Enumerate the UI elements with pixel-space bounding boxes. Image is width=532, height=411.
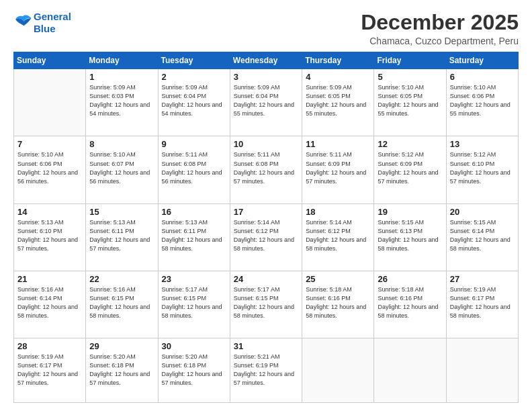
header-saturday: Saturday bbox=[446, 52, 518, 69]
table-row: 26Sunrise: 5:18 AMSunset: 6:16 PMDayligh… bbox=[374, 271, 446, 338]
day-number: 18 bbox=[306, 207, 370, 217]
day-info: Sunrise: 5:18 AMSunset: 6:16 PMDaylight:… bbox=[378, 285, 442, 320]
day-number: 29 bbox=[89, 341, 154, 351]
day-number: 1 bbox=[89, 72, 154, 82]
logo-bird-icon bbox=[13, 13, 32, 30]
table-row: 25Sunrise: 5:18 AMSunset: 6:16 PMDayligh… bbox=[302, 271, 374, 338]
table-row bbox=[446, 338, 518, 403]
table-row: 23Sunrise: 5:17 AMSunset: 6:15 PMDayligh… bbox=[158, 271, 230, 338]
table-row: 9Sunrise: 5:11 AMSunset: 6:08 PMDaylight… bbox=[158, 136, 230, 203]
day-number: 15 bbox=[89, 207, 154, 217]
day-info: Sunrise: 5:13 AMSunset: 6:11 PMDaylight:… bbox=[162, 218, 226, 253]
day-number: 4 bbox=[306, 72, 370, 82]
table-row: 21Sunrise: 5:16 AMSunset: 6:14 PMDayligh… bbox=[14, 271, 86, 338]
day-info: Sunrise: 5:14 AMSunset: 6:12 PMDaylight:… bbox=[306, 218, 370, 253]
day-info: Sunrise: 5:21 AMSunset: 6:19 PMDaylight:… bbox=[234, 353, 298, 387]
day-number: 14 bbox=[17, 207, 82, 217]
day-number: 31 bbox=[234, 341, 298, 351]
day-info: Sunrise: 5:09 AMSunset: 6:05 PMDaylight:… bbox=[306, 83, 370, 118]
header-thursday: Thursday bbox=[302, 52, 374, 69]
header-wednesday: Wednesday bbox=[230, 52, 302, 69]
table-row: 14Sunrise: 5:13 AMSunset: 6:10 PMDayligh… bbox=[14, 203, 86, 271]
day-number: 25 bbox=[306, 274, 370, 284]
day-number: 9 bbox=[162, 139, 226, 149]
day-info: Sunrise: 5:10 AMSunset: 6:07 PMDaylight:… bbox=[89, 150, 154, 185]
calendar-table: Sunday Monday Tuesday Wednesday Thursday… bbox=[13, 52, 519, 403]
day-info: Sunrise: 5:12 AMSunset: 6:09 PMDaylight:… bbox=[378, 150, 442, 185]
table-row: 1Sunrise: 5:09 AMSunset: 6:03 PMDaylight… bbox=[86, 69, 158, 136]
day-number: 5 bbox=[378, 72, 442, 82]
header: General Blue December 2025 Chamaca, Cuzc… bbox=[13, 11, 519, 46]
day-info: Sunrise: 5:14 AMSunset: 6:12 PMDaylight:… bbox=[234, 218, 298, 253]
table-row: 29Sunrise: 5:20 AMSunset: 6:18 PMDayligh… bbox=[86, 338, 158, 403]
table-row: 7Sunrise: 5:10 AMSunset: 6:06 PMDaylight… bbox=[14, 136, 86, 203]
day-number: 2 bbox=[162, 72, 226, 82]
day-info: Sunrise: 5:11 AMSunset: 6:08 PMDaylight:… bbox=[234, 150, 298, 185]
table-row: 24Sunrise: 5:17 AMSunset: 6:15 PMDayligh… bbox=[230, 271, 302, 338]
day-info: Sunrise: 5:10 AMSunset: 6:06 PMDaylight:… bbox=[17, 150, 82, 185]
table-row: 31Sunrise: 5:21 AMSunset: 6:19 PMDayligh… bbox=[230, 338, 302, 403]
day-info: Sunrise: 5:17 AMSunset: 6:15 PMDaylight:… bbox=[234, 285, 298, 320]
table-row bbox=[302, 338, 374, 403]
table-row: 27Sunrise: 5:19 AMSunset: 6:17 PMDayligh… bbox=[446, 271, 518, 338]
day-number: 22 bbox=[89, 274, 154, 284]
day-number: 12 bbox=[378, 139, 442, 149]
day-number: 13 bbox=[450, 139, 515, 149]
table-row: 30Sunrise: 5:20 AMSunset: 6:18 PMDayligh… bbox=[158, 338, 230, 403]
day-number: 20 bbox=[450, 207, 515, 217]
table-row: 16Sunrise: 5:13 AMSunset: 6:11 PMDayligh… bbox=[158, 203, 230, 271]
day-number: 7 bbox=[17, 139, 82, 149]
header-monday: Monday bbox=[86, 52, 158, 69]
table-row: 3Sunrise: 5:09 AMSunset: 6:04 PMDaylight… bbox=[230, 69, 302, 136]
page: General Blue December 2025 Chamaca, Cuzc… bbox=[0, 0, 532, 411]
day-info: Sunrise: 5:13 AMSunset: 6:10 PMDaylight:… bbox=[17, 218, 82, 253]
table-row: 22Sunrise: 5:16 AMSunset: 6:15 PMDayligh… bbox=[86, 271, 158, 338]
table-row: 6Sunrise: 5:10 AMSunset: 6:06 PMDaylight… bbox=[446, 69, 518, 136]
day-info: Sunrise: 5:11 AMSunset: 6:08 PMDaylight:… bbox=[162, 150, 226, 185]
day-number: 3 bbox=[234, 72, 298, 82]
table-row: 11Sunrise: 5:11 AMSunset: 6:09 PMDayligh… bbox=[302, 136, 374, 203]
day-info: Sunrise: 5:09 AMSunset: 6:04 PMDaylight:… bbox=[162, 83, 226, 118]
day-info: Sunrise: 5:09 AMSunset: 6:04 PMDaylight:… bbox=[234, 83, 298, 118]
day-info: Sunrise: 5:16 AMSunset: 6:14 PMDaylight:… bbox=[17, 285, 82, 320]
day-number: 26 bbox=[378, 274, 442, 284]
table-row: 15Sunrise: 5:13 AMSunset: 6:11 PMDayligh… bbox=[86, 203, 158, 271]
day-info: Sunrise: 5:15 AMSunset: 6:13 PMDaylight:… bbox=[378, 218, 442, 253]
day-info: Sunrise: 5:19 AMSunset: 6:17 PMDaylight:… bbox=[17, 353, 82, 387]
day-number: 30 bbox=[162, 341, 226, 351]
day-info: Sunrise: 5:10 AMSunset: 6:05 PMDaylight:… bbox=[378, 83, 442, 118]
day-number: 21 bbox=[17, 274, 82, 284]
day-info: Sunrise: 5:11 AMSunset: 6:09 PMDaylight:… bbox=[306, 150, 370, 185]
logo: General Blue bbox=[13, 11, 71, 35]
table-row: 10Sunrise: 5:11 AMSunset: 6:08 PMDayligh… bbox=[230, 136, 302, 203]
day-number: 16 bbox=[162, 207, 226, 217]
table-row: 4Sunrise: 5:09 AMSunset: 6:05 PMDaylight… bbox=[302, 69, 374, 136]
day-number: 27 bbox=[450, 274, 515, 284]
title-block: December 2025 Chamaca, Cuzco Department,… bbox=[361, 11, 519, 46]
day-number: 11 bbox=[306, 139, 370, 149]
day-info: Sunrise: 5:20 AMSunset: 6:18 PMDaylight:… bbox=[162, 353, 226, 387]
day-info: Sunrise: 5:12 AMSunset: 6:10 PMDaylight:… bbox=[450, 150, 515, 185]
header-friday: Friday bbox=[374, 52, 446, 69]
day-info: Sunrise: 5:09 AMSunset: 6:03 PMDaylight:… bbox=[89, 83, 154, 118]
weekday-header-row: Sunday Monday Tuesday Wednesday Thursday… bbox=[14, 52, 519, 69]
day-number: 19 bbox=[378, 207, 442, 217]
table-row: 13Sunrise: 5:12 AMSunset: 6:10 PMDayligh… bbox=[446, 136, 518, 203]
day-info: Sunrise: 5:13 AMSunset: 6:11 PMDaylight:… bbox=[89, 218, 154, 253]
table-row bbox=[14, 69, 86, 136]
table-row: 28Sunrise: 5:19 AMSunset: 6:17 PMDayligh… bbox=[14, 338, 86, 403]
day-info: Sunrise: 5:20 AMSunset: 6:18 PMDaylight:… bbox=[89, 353, 154, 387]
day-number: 8 bbox=[89, 139, 154, 149]
table-row: 18Sunrise: 5:14 AMSunset: 6:12 PMDayligh… bbox=[302, 203, 374, 271]
table-row: 8Sunrise: 5:10 AMSunset: 6:07 PMDaylight… bbox=[86, 136, 158, 203]
header-tuesday: Tuesday bbox=[158, 52, 230, 69]
table-row: 19Sunrise: 5:15 AMSunset: 6:13 PMDayligh… bbox=[374, 203, 446, 271]
month-title: December 2025 bbox=[361, 11, 519, 34]
day-number: 24 bbox=[234, 274, 298, 284]
header-sunday: Sunday bbox=[14, 52, 86, 69]
day-info: Sunrise: 5:18 AMSunset: 6:16 PMDaylight:… bbox=[306, 285, 370, 320]
day-info: Sunrise: 5:16 AMSunset: 6:15 PMDaylight:… bbox=[89, 285, 154, 320]
location-subtitle: Chamaca, Cuzco Department, Peru bbox=[361, 36, 519, 46]
day-info: Sunrise: 5:15 AMSunset: 6:14 PMDaylight:… bbox=[450, 218, 515, 253]
day-number: 28 bbox=[17, 341, 82, 351]
